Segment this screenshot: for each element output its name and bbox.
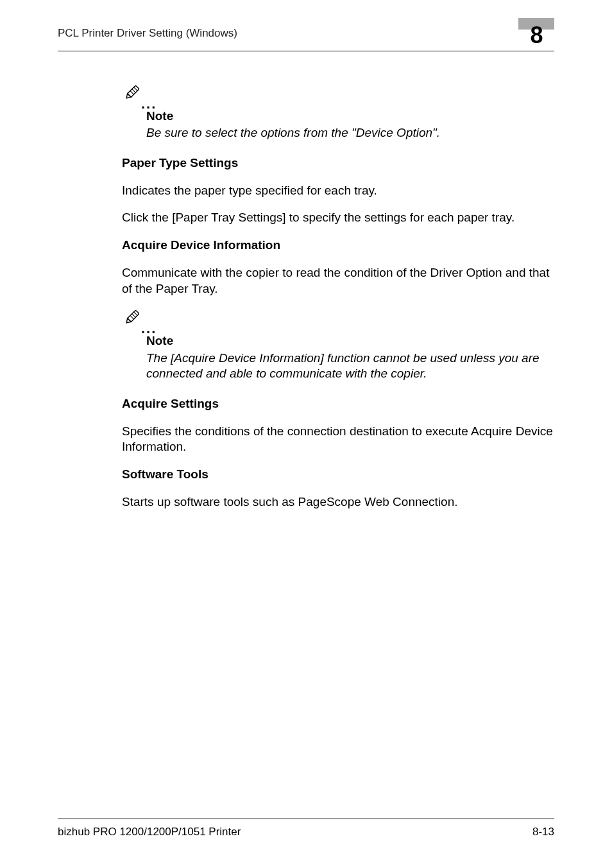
footer-product: bizhub PRO 1200/1200P/1051 Printer — [58, 826, 241, 838]
paragraph: Communicate with the copier to read the … — [122, 265, 554, 297]
page-header: PCL Printer Driver Setting (Windows) 8 — [58, 26, 554, 51]
section-heading-software-tools: Software Tools — [122, 467, 554, 483]
footer-page-number: 8-13 — [532, 826, 554, 838]
page-footer: bizhub PRO 1200/1200P/1051 Printer 8-13 — [58, 819, 554, 838]
note-heading: Note — [146, 108, 554, 125]
chapter-number: 8 — [518, 22, 554, 49]
paragraph: Specifies the conditions of the connecti… — [122, 424, 554, 455]
paragraph: Indicates the paper type specified for e… — [122, 183, 554, 199]
note-body: The [Acquire Device Information] functio… — [146, 351, 554, 382]
section-heading-paper-type: Paper Type Settings — [122, 155, 554, 171]
note-block-2: ... Note The [Acquire Device Information… — [122, 308, 554, 382]
note-icon — [122, 83, 141, 107]
section-heading-acquire-device: Acquire Device Information — [122, 238, 554, 254]
paragraph: Starts up software tools such as PageSco… — [122, 494, 554, 510]
note-block-1: ... Note Be sure to select the options f… — [122, 83, 554, 141]
note-icon — [122, 308, 141, 332]
paragraph: Click the [Paper Tray Settings] to speci… — [122, 210, 554, 226]
header-title: PCL Printer Driver Setting (Windows) — [58, 26, 237, 40]
note-body: Be sure to select the options from the "… — [146, 125, 554, 141]
note-heading: Note — [146, 333, 554, 349]
content-area: ... Note Be sure to select the options f… — [58, 51, 554, 510]
section-heading-acquire-settings: Acquire Settings — [122, 396, 554, 412]
chapter-tab: 8 — [518, 18, 554, 44]
